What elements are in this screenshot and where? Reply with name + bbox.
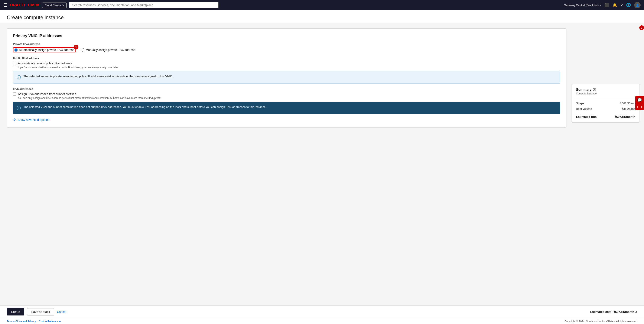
public-ipv4-help-text: If you're not sure whether you need a pu… xyxy=(18,66,560,69)
chevron-up-icon[interactable]: ∧ xyxy=(635,310,637,314)
summary-panel: Summary ⓘ Compute instance Shape ₹661.56… xyxy=(572,84,640,122)
boot-volume-label: Boot volume xyxy=(576,107,592,110)
right-sidebar: 2 Summary ⓘ Compute instance Shape ₹661.… xyxy=(572,28,644,306)
manual-assign-radio-option[interactable]: Manually assign private IPv4 address xyxy=(81,48,135,52)
shape-value: ₹661.56/mo xyxy=(620,102,635,105)
page-title: Create compute instance xyxy=(7,14,637,20)
summary-info-icon[interactable]: ⓘ xyxy=(593,88,596,92)
global-search-input[interactable] xyxy=(69,2,218,8)
summary-title: Summary xyxy=(576,88,592,92)
summary-subtitle: Compute instance xyxy=(576,92,635,95)
auto-assign-radio-label: Automatically assign private IPv4 addres… xyxy=(19,48,74,52)
ipv6-section: IPv6 addresses Assign IPv6 addresses fro… xyxy=(13,88,560,114)
page-title-bar: Create compute instance xyxy=(0,10,644,23)
ipv6-info-text: The selected VCN and subnet combination … xyxy=(24,105,266,109)
user-avatar[interactable]: 👤 xyxy=(634,2,640,8)
main-column: Primary VNIC IP addresses Private IPv4 a… xyxy=(0,28,572,306)
save-as-stack-button[interactable]: Save as stack xyxy=(27,308,54,316)
cookie-preferences-link[interactable]: Cookie Preferences xyxy=(39,320,61,323)
ipv6-label: IPv6 addresses xyxy=(13,88,560,90)
globe-icon[interactable]: 🌐 xyxy=(626,3,631,8)
terminal-icon[interactable]: ⬛ xyxy=(604,3,609,8)
content-area: Primary VNIC IP addresses Private IPv4 a… xyxy=(0,23,644,306)
public-ipv4-section: Public IPv4 address Automatically assign… xyxy=(13,57,560,84)
cloud-classic-button[interactable]: Cloud Classic > xyxy=(42,2,67,8)
cloud-text: Cloud xyxy=(28,3,40,8)
estimated-cost-display: Estimated cost: ₹697.81/month ∧ xyxy=(590,310,637,314)
hamburger-icon[interactable]: ☰ xyxy=(4,2,7,8)
footer: Terms of Use and Privacy Cookie Preferen… xyxy=(0,318,644,324)
oracle-logo: ORACLE Cloud xyxy=(10,3,40,8)
private-ipv4-radio-group: 1 Automatically assign private IPv4 addr… xyxy=(13,47,560,52)
show-advanced-options-link[interactable]: Show advanced options xyxy=(13,118,560,122)
svg-point-0 xyxy=(14,119,15,120)
region-label: Germany Central (Frankfurt) xyxy=(564,4,598,7)
auto-public-ipv4-checkbox-label[interactable]: Automatically assign public IPv4 address xyxy=(13,62,560,65)
badge-2: 2 xyxy=(639,25,644,30)
private-subnet-info-text: The selected subnet is private, meaning … xyxy=(24,74,173,78)
auto-assign-radio-option[interactable]: Automatically assign private IPv4 addres… xyxy=(14,48,74,52)
help-widget[interactable]: 💬 ⋮⋮ xyxy=(635,96,644,110)
advanced-options-label: Show advanced options xyxy=(18,118,50,122)
help-widget-grid-icon[interactable]: ⋮⋮ xyxy=(636,104,643,108)
summary-header: Summary ⓘ xyxy=(576,88,635,92)
section-title: Primary VNIC IP addresses xyxy=(13,34,560,38)
summary-total-row: Estimated total ₹697.81/month xyxy=(576,113,635,119)
summary-boot-volume-row: Boot volume ₹36.25/mo xyxy=(576,106,635,112)
footer-copyright: Copyright © 2024, Oracle and/or its affi… xyxy=(564,320,637,323)
help-icon[interactable]: ? xyxy=(620,3,623,8)
auto-assign-radio-highlight: 1 Automatically assign private IPv4 addr… xyxy=(13,47,76,52)
region-selector[interactable]: Germany Central (Frankfurt) ▾ xyxy=(564,4,601,7)
ipv6-checkbox-text: Assign IPv6 addresses from subnet prefix… xyxy=(18,92,76,96)
ipv6-info-box: ⓘ The selected VCN and subnet combinatio… xyxy=(13,102,560,114)
estimated-total-label: Estimated total xyxy=(576,115,597,118)
bell-icon[interactable]: 🔔 xyxy=(612,3,617,8)
auto-public-ipv4-text: Automatically assign public IPv4 address xyxy=(18,62,72,65)
public-ipv4-label: Public IPv4 address xyxy=(13,57,560,60)
nav-right-section: Germany Central (Frankfurt) ▾ ⬛ 🔔 ? 🌐 👤 xyxy=(564,2,640,8)
top-navigation: ☰ ORACLE Cloud Cloud Classic > Germany C… xyxy=(0,0,644,10)
boot-volume-value: ₹36.25/mo xyxy=(622,107,635,110)
ipv6-info-icon: ⓘ xyxy=(16,105,21,111)
estimated-total-value: ₹697.81/month xyxy=(614,115,635,118)
cancel-button[interactable]: Cancel xyxy=(57,310,66,314)
form-card: Primary VNIC IP addresses Private IPv4 a… xyxy=(7,28,566,128)
estimated-cost-text: Estimated cost: ₹697.81/month xyxy=(590,310,634,314)
summary-divider-1 xyxy=(576,98,635,98)
help-widget-chat-icon[interactable]: 💬 xyxy=(637,98,642,102)
oracle-red-text: ORACLE xyxy=(10,3,27,8)
shape-label: Shape xyxy=(576,102,584,105)
badge-1: 1 xyxy=(74,45,78,50)
private-subnet-info-box: ⓘ The selected subnet is private, meanin… xyxy=(13,71,560,84)
summary-shape-row: Shape ₹661.56/mo xyxy=(576,100,635,106)
settings-icon xyxy=(13,118,16,122)
manual-assign-radio-label: Manually assign private IPv4 address xyxy=(86,48,135,52)
manual-assign-radio-input[interactable] xyxy=(81,48,84,52)
chevron-down-icon: ▾ xyxy=(600,4,601,7)
private-ipv4-label: Private IPv4 address xyxy=(13,42,560,46)
terms-link[interactable]: Terms of Use and Privacy xyxy=(7,320,36,323)
bottom-bar: Create Save as stack Cancel Estimated co… xyxy=(0,306,644,318)
info-icon: ⓘ xyxy=(16,74,21,80)
footer-left: Terms of Use and Privacy Cookie Preferen… xyxy=(7,320,61,323)
create-button[interactable]: Create xyxy=(7,308,24,316)
auto-public-ipv4-checkbox[interactable] xyxy=(13,62,16,65)
ipv6-checkbox-label[interactable]: Assign IPv6 addresses from subnet prefix… xyxy=(13,92,560,96)
auto-assign-radio-input[interactable] xyxy=(14,48,18,52)
ipv6-checkbox[interactable] xyxy=(13,92,16,96)
ipv6-help-text: You can only assign one IPv6 address per… xyxy=(18,96,560,100)
